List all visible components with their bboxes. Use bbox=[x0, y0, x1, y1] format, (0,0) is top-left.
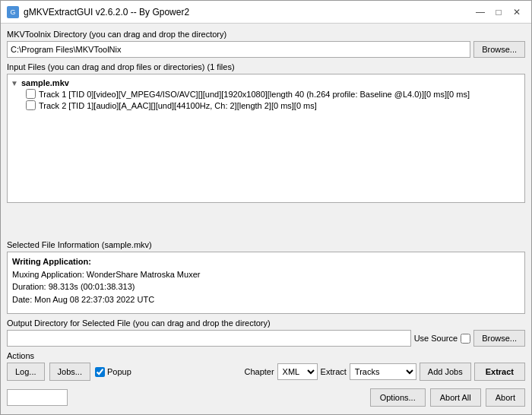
track-2-label: Track 2 [TID 1][audio][A_AAC][][und][441… bbox=[39, 101, 317, 110]
bottom-row: Options... Abort All Abort bbox=[7, 385, 525, 408]
file-name: sample.mkv bbox=[21, 78, 69, 87]
main-content: MKVToolnix Directory (you can drag and d… bbox=[1, 24, 531, 414]
title-bar: G gMKVExtractGUI v2.6.2.0 -- By Gpower2 … bbox=[1, 1, 531, 24]
files-tree[interactable]: ▼ sample.mkv Track 1 [TID 0][video][V_MP… bbox=[7, 74, 525, 203]
progress-area bbox=[7, 389, 68, 406]
maximize-button[interactable]: □ bbox=[490, 4, 507, 21]
actions-row: Log... Jobs... Popup Chapter XML OGM CUE… bbox=[7, 363, 525, 381]
file-item[interactable]: ▼ sample.mkv bbox=[11, 78, 521, 88]
extract-button[interactable]: Extract bbox=[474, 363, 525, 381]
actions-section: Actions Log... Jobs... Popup Chapter XML… bbox=[7, 351, 525, 381]
track-1-checkbox[interactable] bbox=[26, 89, 36, 99]
selected-file-info-label: Selected File Information (sample.mkv) bbox=[7, 240, 525, 249]
tree-toggle-icon[interactable]: ▼ bbox=[11, 79, 18, 87]
popup-label[interactable]: Popup bbox=[95, 367, 131, 377]
chapter-select[interactable]: XML OGM CUE bbox=[277, 363, 318, 380]
abort-all-button[interactable]: Abort All bbox=[430, 388, 481, 407]
output-dir-input[interactable] bbox=[7, 330, 411, 347]
info-line-2: Muxing Application: WonderShare Matroska… bbox=[12, 268, 520, 281]
output-dir-browse-button[interactable]: Browse... bbox=[473, 330, 525, 347]
jobs-button[interactable]: Jobs... bbox=[49, 363, 90, 381]
main-window: G gMKVExtractGUI v2.6.2.0 -- By Gpower2 … bbox=[0, 0, 532, 415]
popup-label-text: Popup bbox=[107, 367, 131, 376]
selected-file-info-section: Selected File Information (sample.mkv) W… bbox=[7, 240, 525, 314]
tracks-select[interactable]: Tracks Tags Chapters Attachments Cue She… bbox=[350, 363, 416, 380]
add-jobs-button[interactable]: Add Jobs bbox=[420, 363, 471, 381]
output-dir-row: Use Source Browse... bbox=[7, 330, 525, 347]
extract-label: Extract bbox=[321, 367, 347, 376]
close-button[interactable]: ✕ bbox=[508, 4, 525, 21]
chapter-label: Chapter bbox=[244, 367, 274, 376]
app-icon: G bbox=[7, 6, 19, 18]
track-item-2: Track 2 [TID 1][audio][A_AAC][][und][441… bbox=[11, 100, 521, 111]
output-dir-label: Output Directory for Selected File (you … bbox=[7, 318, 525, 328]
input-files-label: Input Files (you can drag and drop files… bbox=[7, 62, 525, 71]
output-dir-section: Output Directory for Selected File (you … bbox=[7, 318, 525, 347]
title-bar-left: G gMKVExtractGUI v2.6.2.0 -- By Gpower2 bbox=[7, 6, 189, 18]
info-line-3: Duration: 98.313s (00:01:38.313) bbox=[12, 280, 520, 293]
actions-label: Actions bbox=[7, 351, 525, 360]
use-source-checkbox[interactable] bbox=[461, 334, 470, 344]
info-line-1: Writing Application: bbox=[12, 255, 520, 268]
info-box: Writing Application: Muxing Application:… bbox=[7, 252, 525, 314]
use-source-label: Use Source bbox=[414, 334, 458, 343]
mkv-dir-row: Browse... bbox=[7, 41, 525, 58]
window-title: gMKVExtractGUI v2.6.2.0 -- By Gpower2 bbox=[24, 7, 189, 17]
mkv-dir-section: MKVToolnix Directory (you can drag and d… bbox=[7, 30, 525, 58]
info-line-4: Date: Mon Aug 08 22:37:03 2022 UTC bbox=[12, 293, 520, 306]
minimize-button[interactable]: — bbox=[472, 4, 489, 21]
track-1-label: Track 1 [TID 0][video][V_MPEG4/ISO/AVC][… bbox=[39, 90, 470, 99]
abort-button[interactable]: Abort bbox=[486, 388, 525, 407]
track-item-1: Track 1 [TID 0][video][V_MPEG4/ISO/AVC][… bbox=[11, 88, 521, 100]
input-files-section: Input Files (you can drag and drop files… bbox=[7, 62, 525, 236]
log-button[interactable]: Log... bbox=[7, 363, 45, 381]
track-2-checkbox[interactable] bbox=[26, 100, 36, 110]
chapter-group: Chapter XML OGM CUE Extract Tracks Tags … bbox=[244, 363, 525, 381]
mkv-dir-input[interactable] bbox=[7, 41, 470, 58]
bottom-left bbox=[7, 389, 366, 406]
mkv-dir-label: MKVToolnix Directory (you can drag and d… bbox=[7, 30, 525, 39]
options-button[interactable]: Options... bbox=[370, 388, 426, 407]
mkv-dir-browse-button[interactable]: Browse... bbox=[473, 41, 525, 58]
window-controls: — □ ✕ bbox=[472, 4, 525, 21]
popup-checkbox[interactable] bbox=[95, 367, 105, 377]
